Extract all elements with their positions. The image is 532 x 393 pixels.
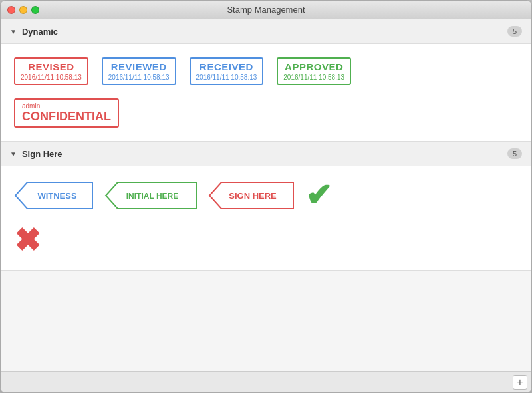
bottom-toolbar: + <box>1 371 531 392</box>
sign-here-badge: 5 <box>507 148 522 159</box>
revised-date: 2016/11/11 10:58:13 <box>21 74 82 81</box>
reviewed-label: REVIEWED <box>108 61 170 72</box>
maximize-button[interactable] <box>31 6 39 14</box>
approved-label: APPROVED <box>283 61 344 72</box>
sign-here-stamp[interactable]: SIGN HERE <box>208 181 295 210</box>
sign-here-triangle-icon: ▼ <box>10 150 17 158</box>
main-window: Stamp Management ▼ Dynamic 5 <box>0 0 532 393</box>
checkmark-stamp[interactable]: ✔ <box>305 180 332 211</box>
dynamic-section-body: REVISED 2016/11/11 10:58:13 REVIEWED 201… <box>1 44 531 141</box>
dynamic-section: ▼ Dynamic 5 REVISED 2016/11/11 10:58:13 <box>1 19 531 142</box>
revised-stamp[interactable]: REVISED 2016/11/11 10:58:13 <box>14 57 88 85</box>
title-bar: Stamp Management <box>1 1 531 19</box>
sign-here-section-header: ▼ Sign Here 5 <box>1 142 531 166</box>
svg-text:WITNESS: WITNESS <box>37 191 77 201</box>
witness-stamp[interactable]: WITNESS <box>14 181 94 210</box>
svg-text:SIGN HERE: SIGN HERE <box>229 191 277 201</box>
revised-label: REVISED <box>21 61 82 72</box>
reviewed-stamp[interactable]: REVIEWED 2016/11/11 10:58:13 <box>102 57 176 85</box>
content-area: ▼ Dynamic 5 REVISED 2016/11/11 10:58:13 <box>1 19 531 371</box>
confidential-label: CONFIDENTIAL <box>22 110 111 124</box>
window-title: Stamp Management <box>227 5 305 15</box>
dynamic-badge: 5 <box>507 26 522 37</box>
scroll-area[interactable]: ▼ Dynamic 5 REVISED 2016/11/11 10:58:13 <box>1 19 531 371</box>
add-button[interactable]: + <box>513 375 527 390</box>
received-stamp[interactable]: RECEIVED 2016/11/11 10:58:13 <box>190 57 264 85</box>
sign-stamps-row: WITNESS INITIAL HERE <box>14 180 518 211</box>
confidential-user: admin <box>22 102 111 110</box>
xmark-icon: ✖ <box>14 223 41 258</box>
initial-here-stamp[interactable]: INITIAL HERE <box>104 181 198 210</box>
received-label: RECEIVED <box>196 61 257 72</box>
close-button[interactable] <box>7 6 15 14</box>
sign-here-title-group: ▼ Sign Here <box>10 149 63 159</box>
dynamic-title-group: ▼ Dynamic <box>10 27 58 37</box>
confidential-stamp[interactable]: admin CONFIDENTIAL <box>14 98 119 128</box>
dynamic-section-title: Dynamic <box>22 27 58 37</box>
approved-date: 2016/11/11 10:58:13 <box>283 74 344 81</box>
svg-text:INITIAL HERE: INITIAL HERE <box>126 192 178 201</box>
xmark-row: ✖ <box>14 225 518 257</box>
dynamic-stamps-row: REVISED 2016/11/11 10:58:13 REVIEWED 201… <box>14 57 518 85</box>
received-date: 2016/11/11 10:58:13 <box>196 74 257 81</box>
minimize-button[interactable] <box>19 6 27 14</box>
xmark-stamp[interactable]: ✖ <box>14 225 41 257</box>
approved-stamp[interactable]: APPROVED 2016/11/11 10:58:13 <box>277 57 351 85</box>
sign-here-section-title: Sign Here <box>22 149 63 159</box>
triangle-icon: ▼ <box>10 28 17 35</box>
sign-here-section: ▼ Sign Here 5 WITNESS <box>1 142 531 271</box>
reviewed-date: 2016/11/11 10:58:13 <box>108 74 170 81</box>
window-controls <box>7 6 39 14</box>
confidential-row: admin CONFIDENTIAL <box>14 98 518 128</box>
sign-here-section-body: WITNESS INITIAL HERE <box>1 166 531 270</box>
checkmark-icon: ✔ <box>305 178 332 213</box>
dynamic-section-header: ▼ Dynamic 5 <box>1 19 531 44</box>
